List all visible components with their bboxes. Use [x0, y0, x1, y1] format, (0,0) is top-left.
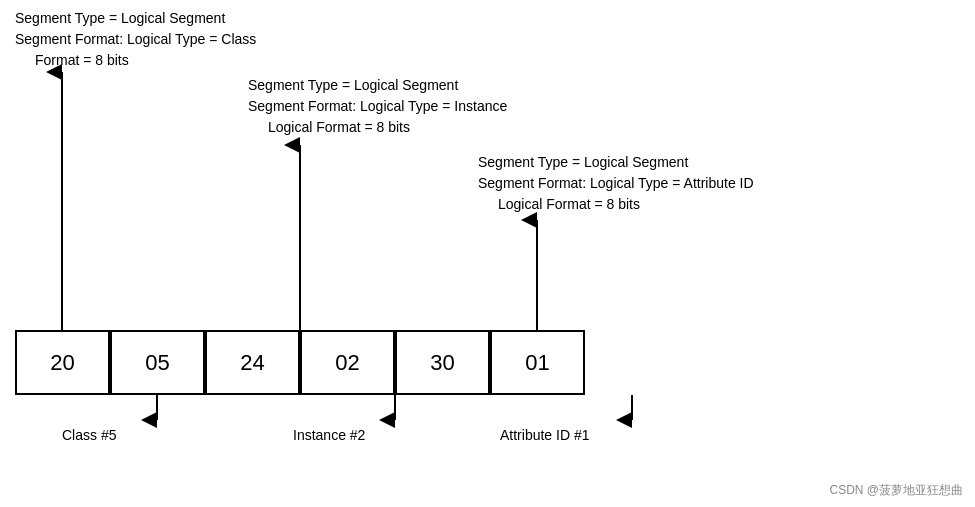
- instance-label: Instance #2: [293, 425, 365, 446]
- attribute-segment-text: Segment Type = Logical Segment Segment F…: [478, 152, 754, 215]
- data-boxes: 20 05 24 02 30 01: [15, 330, 585, 395]
- attribute-label: Attribute ID #1: [500, 425, 590, 446]
- box-05: 05: [110, 330, 205, 395]
- class-segment-text: Segment Type = Logical Segment Segment F…: [15, 8, 256, 71]
- box-01: 01: [490, 330, 585, 395]
- class-label: Class #5: [62, 425, 116, 446]
- diagram: Segment Type = Logical Segment Segment F…: [0, 0, 975, 507]
- box-20: 20: [15, 330, 110, 395]
- box-02: 02: [300, 330, 395, 395]
- instance-segment-text: Segment Type = Logical Segment Segment F…: [248, 75, 507, 138]
- box-24: 24: [205, 330, 300, 395]
- box-30: 30: [395, 330, 490, 395]
- watermark: CSDN @菠萝地亚狂想曲: [829, 482, 963, 499]
